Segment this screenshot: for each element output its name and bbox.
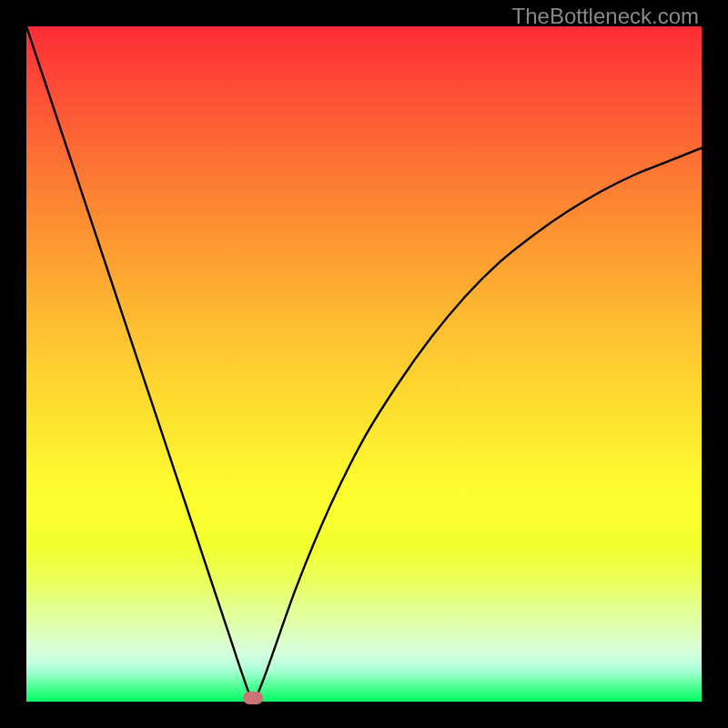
watermark-text: TheBottleneck.com xyxy=(512,4,699,29)
bottleneck-curve xyxy=(26,26,702,702)
minimum-marker xyxy=(243,692,263,704)
